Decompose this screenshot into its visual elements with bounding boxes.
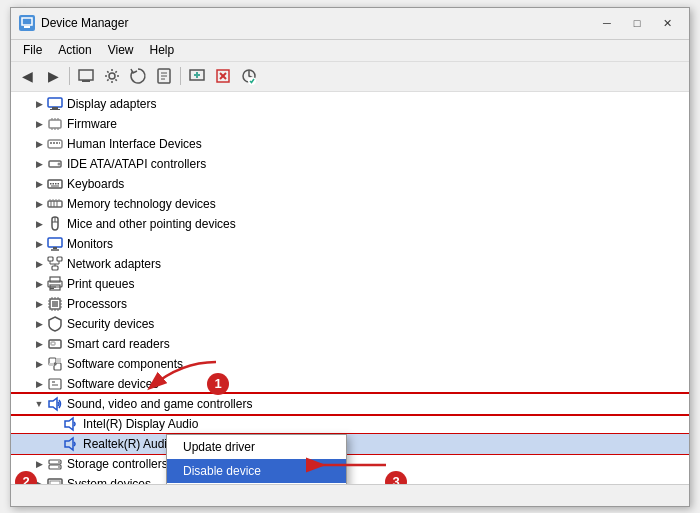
tree-item-realtek[interactable]: Realtek(R) Audio [11,434,689,454]
toolbar: ◀ ▶ [11,62,689,92]
expand-icon-sound[interactable]: ▼ [31,396,47,412]
toolbar-remove[interactable] [211,64,235,88]
status-bar [11,484,689,506]
title-bar: Device Manager ─ □ ✕ [11,8,689,40]
toolbar-add-driver[interactable] [185,64,209,88]
tree-item-storage[interactable]: ▶ Storage controllers [11,454,689,474]
tree-item-security[interactable]: ▶ Security devices [11,314,689,334]
svg-rect-54 [57,257,62,261]
tree-item-software-dev[interactable]: ▶ Software devices [11,374,689,394]
expand-icon-memory[interactable]: ▶ [31,196,47,212]
toolbar-update[interactable] [126,64,150,88]
toolbar-scan[interactable] [237,64,261,88]
toolbar-back[interactable]: ◀ [15,64,39,88]
sound-label: Sound, video and game controllers [67,397,252,411]
expand-icon-display[interactable]: ▶ [31,96,47,112]
intel-audio-label: Intel(R) Display Audio [83,417,198,431]
device-tree: ▶ Display adapters ▶ [11,92,689,484]
svg-rect-36 [53,183,55,185]
svg-point-4 [109,73,115,79]
network-label: Network adapters [67,257,161,271]
display-label: Display adapters [67,97,156,111]
expand-icon-smartcard[interactable]: ▶ [31,336,47,352]
tree-item-software-comp[interactable]: ▶ Software components [11,354,689,374]
svg-rect-0 [22,18,32,25]
window-icon [19,15,35,31]
expand-icon-software-dev[interactable]: ▶ [31,376,47,392]
menu-view[interactable]: View [100,41,142,59]
context-update-driver[interactable]: Update driver [167,435,346,459]
tree-item-mice[interactable]: ▶ Mice and other pointing devices [11,214,689,234]
context-disable-device[interactable]: Disable device [167,459,346,483]
tree-item-intel-audio[interactable]: Intel(R) Display Audio [11,414,689,434]
svg-point-94 [58,466,60,468]
print-label: Print queues [67,277,134,291]
svg-rect-19 [50,109,60,110]
sound-icon [47,396,63,412]
expand-icon-firmware[interactable]: ▶ [31,116,47,132]
tree-item-smartcard[interactable]: ▶ Smart card readers [11,334,689,354]
toolbar-settings[interactable] [100,64,124,88]
expand-icon-mice[interactable]: ▶ [31,216,47,232]
processor-icon [47,296,63,312]
tree-item-hid[interactable]: ▶ Human Interface Devices [11,134,689,154]
minimize-button[interactable]: ─ [593,13,621,33]
svg-rect-29 [53,142,55,144]
system-label: System devices [67,477,151,484]
menu-help[interactable]: Help [142,41,183,59]
content-area: ▶ Display adapters ▶ [11,92,689,484]
tree-item-firmware[interactable]: ▶ Firmware [11,114,689,134]
tree-item-print[interactable]: ▶ Print queues [11,274,689,294]
expand-icon-monitors[interactable]: ▶ [31,236,47,252]
expand-icon-network[interactable]: ▶ [31,256,47,272]
svg-rect-66 [52,301,58,307]
tree-item-system[interactable]: ▶ System devices [11,474,689,484]
mouse-icon [47,216,63,232]
svg-point-93 [58,461,60,463]
expand-icon-ide[interactable]: ▶ [31,156,47,172]
toolbar-show-hidden[interactable] [74,64,98,88]
memory-label: Memory technology devices [67,197,216,211]
expand-icon-hid[interactable]: ▶ [31,136,47,152]
expand-icon-keyboards[interactable]: ▶ [31,176,47,192]
maximize-button[interactable]: □ [623,13,651,33]
network-icon [47,256,63,272]
svg-rect-18 [52,107,58,109]
tree-item-ide[interactable]: ▶ IDE ATA/ATAPI controllers [11,154,689,174]
tree-item-processors[interactable]: ▶ [11,294,689,314]
menu-action[interactable]: Action [50,41,99,59]
expand-icon-print[interactable]: ▶ [31,276,47,292]
close-button[interactable]: ✕ [653,13,681,33]
firmware-icon [47,116,63,132]
menu-file[interactable]: File [15,41,50,59]
smartcard-label: Smart card readers [67,337,170,351]
svg-rect-17 [48,98,62,107]
svg-rect-96 [50,481,60,484]
tree-item-display[interactable]: ▶ Display adapters [11,94,689,114]
tree-item-sound[interactable]: ▼ Sound, video and game controllers [11,394,689,414]
svg-rect-3 [82,80,90,82]
context-uninstall-device[interactable]: Uninstall device [167,483,346,484]
tree-item-memory[interactable]: ▶ Memory technology devices [11,194,689,214]
toolbar-properties[interactable] [152,64,176,88]
tree-item-monitors[interactable]: ▶ Monitors [11,234,689,254]
expand-icon-storage[interactable]: ▶ [31,456,47,472]
hid-label: Human Interface Devices [67,137,202,151]
expand-icon-software-comp[interactable]: ▶ [31,356,47,372]
expand-icon-processors[interactable]: ▶ [31,296,47,312]
display-icon [47,96,63,112]
toolbar-sep1 [69,67,70,85]
svg-rect-40 [48,201,62,207]
svg-rect-30 [56,142,58,144]
memory-icon [47,196,63,212]
tree-item-network[interactable]: ▶ Network adapters [11,254,689,274]
expand-icon-security[interactable]: ▶ [31,316,47,332]
context-menu: Update driver Disable device Uninstall d… [166,434,347,484]
toolbar-forward[interactable]: ▶ [41,64,65,88]
firmware-label: Firmware [67,117,117,131]
security-icon [47,316,63,332]
realtek-label: Realtek(R) Audio [83,437,174,451]
window-controls: ─ □ ✕ [593,13,681,33]
tree-item-keyboards[interactable]: ▶ Keyboards [11,174,689,194]
printer-icon [47,276,63,292]
